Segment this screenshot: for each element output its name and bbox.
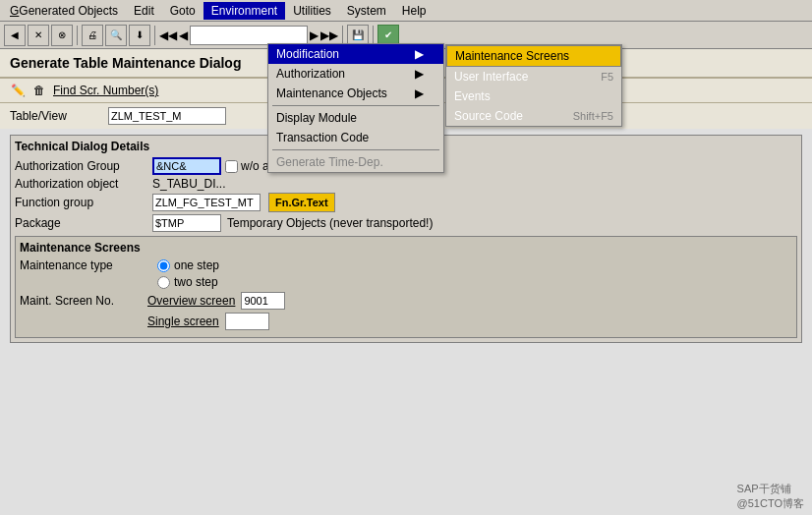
- menu-goto[interactable]: Goto: [162, 2, 203, 20]
- table-view-input[interactable]: [108, 107, 226, 125]
- package-input[interactable]: [152, 214, 221, 232]
- single-screen-row: Single screen: [20, 313, 792, 330]
- menu-help[interactable]: Help: [394, 2, 435, 20]
- menu-system[interactable]: System: [339, 2, 394, 20]
- back-button[interactable]: ◀: [4, 25, 26, 46]
- maintenance-screens-title: Maintenance Screens: [20, 241, 792, 255]
- nav-next-icon[interactable]: ▶▶: [320, 29, 338, 42]
- exit-button[interactable]: ✕: [28, 25, 49, 46]
- nav-fwd-icon[interactable]: ▶: [310, 29, 319, 42]
- find-button[interactable]: 🔍: [105, 25, 127, 46]
- auth-group-label: Authorization Group: [15, 159, 152, 173]
- cancel-button[interactable]: ⊗: [51, 25, 73, 46]
- menu-environment[interactable]: Environment: [203, 2, 285, 20]
- env-menu-generate-time-dep: Generate Time-Dep.: [268, 152, 443, 172]
- generate-time-dep-label: Generate Time-Dep.: [276, 155, 383, 169]
- events-label: Events: [454, 89, 491, 103]
- maintenance-objects-arrow: ▶: [415, 86, 424, 100]
- maintenance-type-label: Maintenance type: [20, 258, 157, 272]
- function-group-input[interactable]: [152, 194, 261, 211]
- function-group-label: Function group: [15, 196, 152, 209]
- two-step-label: two step: [174, 275, 218, 289]
- auth-object-row: Authorization object S_TABU_DI...: [15, 177, 797, 191]
- env-menu-display-module[interactable]: Display Module: [268, 108, 443, 128]
- maintenance-objects-label: Maintenance Objects: [276, 86, 387, 100]
- user-interface-label: User Interface: [454, 70, 528, 84]
- package-row: Package Temporary Objects (never transpo…: [15, 214, 797, 232]
- table-view-label: Table/View: [10, 109, 108, 123]
- nav-prev-icon[interactable]: ◀◀: [159, 29, 177, 42]
- menu-generated-objects[interactable]: GGenerated Objects: [2, 2, 126, 20]
- authorization-arrow: ▶: [415, 67, 424, 81]
- find-scr-numbers-link[interactable]: Find Scr. Number(s): [53, 84, 158, 97]
- package-note: Temporary Objects (never transported!): [227, 216, 433, 230]
- menu-edit[interactable]: Edit: [126, 2, 162, 20]
- maint-screen-no-label: Maint. Screen No.: [20, 294, 147, 308]
- transaction-code-label: Transaction Code: [276, 131, 369, 144]
- toolbar-separator-3: [342, 26, 343, 45]
- modification-arrow: ▶: [415, 47, 424, 61]
- toolbar-separator-1: [77, 26, 78, 45]
- two-step-radio[interactable]: [157, 276, 170, 289]
- page-title: Generate Table Maintenance Dialog: [10, 55, 241, 71]
- display-module-label: Display Module: [276, 111, 357, 125]
- source-code-shortcut: Shift+F5: [573, 110, 613, 122]
- env-menu-maintenance-objects[interactable]: Maintenance Objects ▶: [268, 84, 443, 103]
- one-step-radio[interactable]: [157, 259, 170, 272]
- submenu-source-code[interactable]: Source Code Shift+F5: [446, 106, 621, 126]
- maintenance-screens-label: Maintenance Screens: [455, 49, 569, 63]
- auth-object-value: S_TABU_DI...: [152, 177, 225, 191]
- auth-group-input[interactable]: [152, 157, 221, 175]
- submenu-events[interactable]: Events: [446, 86, 621, 106]
- toolbar-separator-2: [154, 26, 155, 45]
- maint-screen-no-row: Maint. Screen No. Overview screen: [20, 292, 792, 310]
- command-input[interactable]: [190, 26, 308, 45]
- one-step-label: one step: [174, 258, 219, 272]
- user-interface-shortcut: F5: [601, 71, 613, 83]
- submenu-maintenance-screens[interactable]: Maintenance Screens: [446, 45, 621, 67]
- modification-label: Modification: [276, 47, 339, 61]
- function-group-row: Function group Fn.Gr.Text: [15, 193, 797, 212]
- nav-back-icon[interactable]: ◀: [179, 29, 188, 42]
- edit-pencil-icon[interactable]: ✏️: [10, 83, 26, 98]
- fn-gr-text-button[interactable]: Fn.Gr.Text: [268, 193, 335, 212]
- single-screen-link[interactable]: Single screen: [147, 315, 219, 328]
- env-menu-modification[interactable]: Modification ▶ Maintenance Screens User …: [268, 44, 443, 64]
- authorization-label: Authorization: [276, 67, 345, 81]
- auth-object-label: Authorization object: [15, 177, 152, 191]
- find-next-button[interactable]: ⬇: [129, 25, 150, 46]
- source-code-label: Source Code: [454, 109, 523, 123]
- maintenance-type-row: Maintenance type one step: [20, 258, 792, 272]
- menu-bar: GGenerated Objects Edit Goto Environment…: [0, 0, 812, 22]
- single-screen-input[interactable]: [225, 313, 269, 330]
- package-label: Package: [15, 216, 152, 230]
- env-menu-transaction-code[interactable]: Transaction Code: [268, 128, 443, 147]
- toolbar-separator-4: [373, 26, 374, 45]
- menu-utilities[interactable]: Utilities: [285, 2, 339, 20]
- overview-screen-input[interactable]: [241, 292, 285, 310]
- delete-icon[interactable]: 🗑: [31, 83, 47, 98]
- submenu-user-interface[interactable]: User Interface F5: [446, 67, 621, 86]
- wo-auth-checkbox[interactable]: [225, 160, 238, 173]
- environment-dropdown: Modification ▶ Maintenance Screens User …: [267, 43, 444, 173]
- env-menu-sep-2: [272, 149, 439, 150]
- watermark: SAP干货铺@51CTO博客: [737, 482, 804, 511]
- overview-screen-link[interactable]: Overview screen: [147, 294, 235, 308]
- two-step-row: two step: [20, 275, 792, 289]
- print-button[interactable]: 🖨: [82, 25, 103, 46]
- env-menu-authorization[interactable]: Authorization ▶: [268, 64, 443, 84]
- env-menu-sep-1: [272, 105, 439, 106]
- modification-submenu: Maintenance Screens User Interface F5 Ev…: [445, 44, 622, 127]
- maintenance-screens-section: Maintenance Screens Maintenance type one…: [15, 236, 797, 338]
